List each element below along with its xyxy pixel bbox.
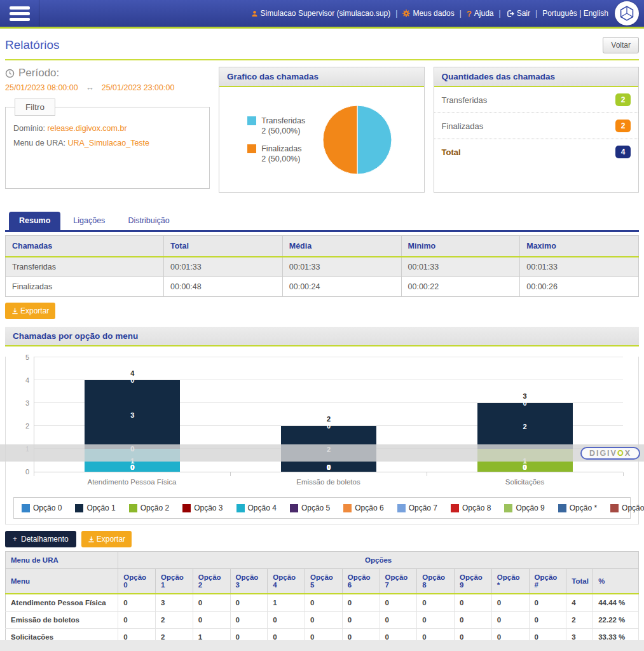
- app-logo[interactable]: [615, 1, 639, 25]
- summary-cell: 00:01:33: [282, 257, 401, 277]
- tab-resumo[interactable]: Resumo: [9, 212, 60, 230]
- plus-icon: +: [13, 535, 17, 544]
- legend-label: Opção 6: [355, 504, 383, 512]
- gear-icon: [402, 10, 410, 17]
- x-axis-tick: [623, 472, 624, 476]
- options-column-header: Opção 6: [342, 569, 380, 594]
- options-cell: 0: [305, 594, 343, 612]
- count-row: Total4: [434, 139, 639, 165]
- nav-separator: |: [535, 9, 537, 18]
- pie-slice-transferidas[interactable]: [357, 106, 392, 174]
- pie-legend-label: Finalizadas: [261, 144, 301, 154]
- bar-value-label: 0: [281, 463, 376, 471]
- legend-item: Opção *: [558, 504, 597, 512]
- export-summary-button[interactable]: Exportar: [5, 303, 55, 319]
- summary-column-header: Chamadas: [6, 236, 164, 257]
- pie-panel-title: Grafico das chamadas: [219, 67, 424, 87]
- export-summary-label: Exportar: [20, 306, 49, 315]
- legend-swatch: [290, 504, 298, 512]
- pie-legend-value: 2 (50,00%): [261, 154, 301, 164]
- top-nav: Simulacao Supervisor (simulacao.sup) | M…: [0, 0, 644, 27]
- menu-button[interactable]: [0, 0, 39, 27]
- detail-button[interactable]: + Detalhamento: [5, 531, 76, 547]
- legend-swatch: [75, 504, 83, 512]
- bar-chart-title: Chamadas por opção do menu: [5, 327, 639, 346]
- domain-line: Domínio: release.digivox.com.br: [13, 123, 202, 134]
- legend-item: Opção 3: [182, 504, 223, 512]
- bar-chart-panel: 0123450000000100304000000000020200000000…: [5, 357, 639, 524]
- period-section: Período: 25/01/2023 08:00:00 ↔ 25/01/202…: [5, 67, 210, 193]
- count-label: Transferidas: [442, 95, 488, 105]
- period-end: 25/01/2023 23:00:00: [102, 83, 175, 92]
- pie-legend: Transferidas2 (50,00%)Finalizadas2 (50,0…: [247, 116, 305, 164]
- pie-slice-finalizadas[interactable]: [323, 106, 357, 174]
- options-cell: 0: [455, 594, 492, 612]
- options-cell: 0: [417, 612, 455, 629]
- bar-value-label: 0: [85, 376, 180, 384]
- x-axis-tick: [427, 472, 427, 476]
- pie-chart[interactable]: [319, 102, 395, 178]
- legend-item: Opção 4: [236, 504, 277, 512]
- current-user: Simulacao Supervisor (simulacao.sup): [251, 9, 391, 18]
- help-link[interactable]: ? Ajuda: [467, 9, 494, 18]
- filter-legend: Filtro: [15, 99, 55, 116]
- options-column-header: Menu: [6, 569, 118, 594]
- options-cell: 0: [529, 612, 566, 629]
- options-column-header: Opção 9: [455, 569, 492, 594]
- options-cell: 0: [230, 594, 268, 612]
- legend-label: Opção *: [570, 504, 597, 512]
- count-badge: 2: [615, 120, 631, 132]
- domain-label: Domínio:: [13, 124, 45, 133]
- options-cell: 2: [156, 612, 193, 629]
- options-column-header: Opção 8: [417, 569, 455, 594]
- count-row: Transferidas2: [434, 87, 639, 113]
- y-axis-label: 0: [15, 468, 29, 476]
- watermark-o: O: [617, 449, 625, 458]
- detail-label: Detalhamento: [21, 535, 69, 544]
- legend-item: Opção 7: [397, 504, 437, 512]
- options-table: Menu de URAOpçõesMenuOpção 0Opção 1Opção…: [5, 551, 639, 646]
- summary-cell: Finalizadas: [6, 277, 164, 297]
- legend-swatch: [247, 144, 256, 153]
- watermark-x: X: [625, 449, 631, 458]
- legend-swatch: [558, 504, 566, 512]
- options-column-header: Opção 2: [193, 569, 230, 594]
- back-button[interactable]: Voltar: [603, 37, 639, 53]
- options-cell: 0: [342, 594, 380, 612]
- my-data-link[interactable]: Meus dados: [402, 9, 454, 18]
- legend-label: Opção 4: [248, 504, 277, 512]
- bar-value-label: 3: [85, 411, 180, 419]
- pie-chart-panel: Grafico das chamadas Transferidas2 (50,0…: [219, 67, 425, 193]
- counts-list: Transferidas2Finalizadas2Total4: [434, 87, 639, 165]
- bar-value-label: 0: [281, 422, 376, 430]
- table-row: Finalizadas00:00:4800:00:2400:00:2200:00…: [6, 277, 639, 297]
- summary-row: Período: 25/01/2023 08:00:00 ↔ 25/01/202…: [5, 67, 639, 193]
- options-column-header: Opção *: [491, 569, 529, 594]
- legend-label: Opção 7: [409, 504, 437, 512]
- legend-item: Opção #: [610, 504, 644, 512]
- period-start: 25/01/2023 08:00:00: [5, 83, 78, 92]
- language-switcher[interactable]: Português | English: [542, 9, 608, 18]
- options-cell: 44.44 %: [593, 594, 639, 612]
- period-range: 25/01/2023 08:00:00 ↔ 25/01/2023 23:00:0…: [5, 83, 210, 92]
- tab-ligacoes[interactable]: Ligações: [63, 212, 115, 230]
- legend-swatch: [22, 504, 30, 512]
- pie-legend-item: Transferidas2 (50,00%): [247, 116, 305, 136]
- legend-item: Opção 1: [75, 504, 115, 512]
- export-options-button[interactable]: Exportar: [81, 531, 132, 547]
- summary-actions: Exportar: [5, 303, 639, 319]
- options-cell: 0: [380, 594, 417, 612]
- logout-link[interactable]: Sair: [506, 9, 530, 18]
- options-cell: 0: [417, 594, 455, 612]
- legend-item: Opção 8: [451, 504, 491, 512]
- summary-cell: Transferidas: [6, 257, 164, 277]
- period-label: Período:: [18, 67, 59, 79]
- options-header-row: MenuOpção 0Opção 1Opção 2Opção 3Opção 4O…: [6, 569, 639, 594]
- nav-separator: |: [460, 9, 462, 18]
- current-user-label: Simulacao Supervisor (simulacao.sup): [261, 9, 391, 18]
- legend-label: Opção #: [622, 504, 644, 512]
- options-column-header: Opção 5: [305, 569, 343, 594]
- table-row: Emissão de boletos020000000000222.22 %: [6, 612, 639, 629]
- tab-distribuicao[interactable]: Distribuição: [118, 212, 179, 230]
- options-cell: 0: [491, 594, 529, 612]
